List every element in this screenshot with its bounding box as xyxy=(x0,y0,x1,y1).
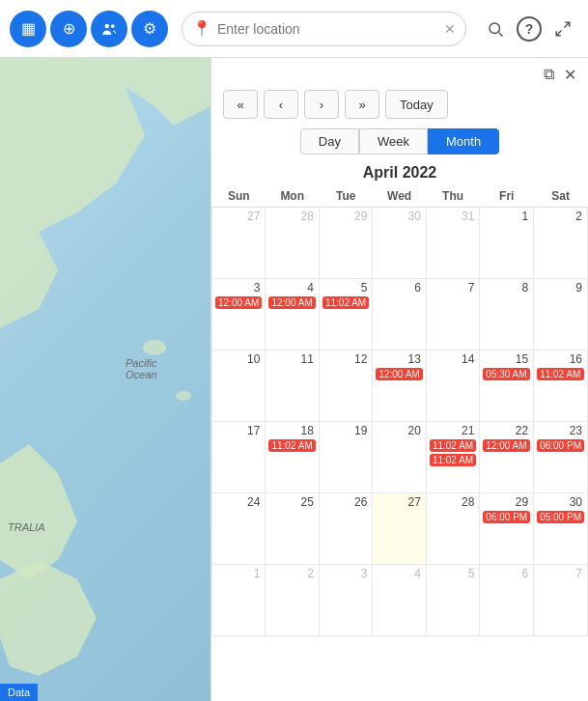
svg-point-7 xyxy=(176,391,191,401)
help-button[interactable]: ? xyxy=(517,16,542,42)
day-number: 12 xyxy=(322,352,369,366)
calendar-close-icon[interactable]: ✕ xyxy=(564,66,576,84)
calendar-nav-icon[interactable]: ▦ xyxy=(10,11,46,47)
toolbar: ▦ ⊕ ⚙ 📍 ✕ ? xyxy=(0,0,588,58)
nav-today-button[interactable]: Today xyxy=(385,90,448,119)
calendar-day-cell[interactable]: 11 xyxy=(266,350,319,422)
calendar-week-row: 1011121312:00 AM141505:30 AM1611:02 AM xyxy=(212,350,588,422)
calendar-day-cell[interactable]: 19 xyxy=(319,422,372,493)
day-number: 15 xyxy=(483,352,530,366)
calendar-day-cell[interactable]: 3005:00 PM xyxy=(534,493,588,565)
calendar-day-cell[interactable]: 1611:02 AM xyxy=(534,350,588,422)
calendar-day-cell[interactable]: 20 xyxy=(373,422,426,493)
weekday-fri: Fri xyxy=(480,185,534,208)
day-number: 19 xyxy=(322,424,369,437)
calendar-day-cell[interactable]: 24 xyxy=(212,493,266,565)
calendar-day-cell[interactable]: 6 xyxy=(480,565,534,636)
calendar-day-cell[interactable]: 412:00 AM xyxy=(266,279,319,350)
event-badge[interactable]: 11:02 AM xyxy=(268,439,315,452)
calendar-day-cell[interactable]: 7 xyxy=(426,279,479,350)
nav-last-button[interactable]: » xyxy=(345,90,379,119)
event-badge[interactable]: 11:02 AM xyxy=(322,296,369,309)
event-badge[interactable]: 06:00 PM xyxy=(483,511,530,523)
location-search-input[interactable] xyxy=(217,21,444,37)
calendar-week-row: 272829303112 xyxy=(212,208,588,279)
view-month-button[interactable]: Month xyxy=(428,128,499,154)
view-week-button[interactable]: Week xyxy=(359,128,428,154)
event-badge[interactable]: 05:30 AM xyxy=(483,368,530,380)
calendar-day-cell[interactable]: 7 xyxy=(534,565,588,636)
event-badge[interactable]: 12:00 AM xyxy=(483,439,530,452)
day-number: 17 xyxy=(215,424,262,437)
calendar-day-cell[interactable]: 29 xyxy=(319,208,372,279)
calendar-day-cell[interactable]: 2111:02 AM11:02 AM xyxy=(426,422,479,493)
svg-point-0 xyxy=(105,23,110,28)
calendar-day-cell[interactable]: 30 xyxy=(373,208,426,279)
calendar-day-cell[interactable]: 1312:00 AM xyxy=(373,350,426,422)
calendar-external-icon[interactable]: ⧉ xyxy=(544,66,554,84)
calendar-day-cell[interactable]: 511:02 AM xyxy=(319,279,372,350)
calendar-day-cell[interactable]: 1 xyxy=(212,565,266,636)
nav-next-button[interactable]: › xyxy=(304,90,339,119)
svg-point-6 xyxy=(143,340,166,355)
location-nav-icon[interactable]: ⊕ xyxy=(50,11,87,47)
calendar-day-cell[interactable]: 14 xyxy=(426,350,479,422)
calendar-day-cell[interactable]: 4 xyxy=(373,565,426,636)
event-badge[interactable]: 12:00 AM xyxy=(268,296,315,309)
event-badge[interactable]: 11:02 AM xyxy=(430,439,476,452)
calendar-day-cell[interactable]: 2 xyxy=(534,208,588,279)
calendar-day-cell[interactable]: 2 xyxy=(266,565,319,636)
calendar-day-cell[interactable]: 2212:00 AM xyxy=(480,422,534,493)
event-badge[interactable]: 11:02 AM xyxy=(537,368,584,380)
search-button[interactable] xyxy=(480,14,511,44)
event-badge[interactable]: 11:02 AM xyxy=(430,454,476,466)
calendar-navigation: « ‹ › » Today xyxy=(211,84,588,125)
event-badge[interactable]: 12:00 AM xyxy=(215,296,262,309)
calendar-day-cell[interactable]: 10 xyxy=(212,350,266,422)
calendar-day-cell[interactable]: 8 xyxy=(480,279,534,350)
day-number: 10 xyxy=(215,352,262,366)
weekday-mon: Mon xyxy=(266,185,319,208)
calendar-day-cell[interactable]: 312:00 AM xyxy=(212,279,266,350)
weekday-tue: Tue xyxy=(319,185,372,208)
nav-first-button[interactable]: « xyxy=(223,90,258,119)
day-number: 30 xyxy=(376,210,422,223)
calendar-day-cell[interactable]: 6 xyxy=(373,279,426,350)
clear-search-icon[interactable]: ✕ xyxy=(444,21,456,37)
day-number: 28 xyxy=(430,495,476,509)
calendar-day-cell[interactable]: 12 xyxy=(319,350,372,422)
calendar-day-cell[interactable]: 2906:00 PM xyxy=(480,493,534,565)
calendar-day-cell[interactable]: 1 xyxy=(480,208,534,279)
calendar-day-cell[interactable]: 25 xyxy=(266,493,319,565)
event-badge[interactable]: 06:00 PM xyxy=(537,439,584,452)
calendar-day-cell[interactable]: 17 xyxy=(212,422,266,493)
weekday-sat: Sat xyxy=(534,185,588,208)
calendar-day-cell[interactable]: 31 xyxy=(426,208,479,279)
weekday-header-row: Sun Mon Tue Wed Thu Fri Sat xyxy=(212,185,588,208)
calendar-day-cell[interactable]: 9 xyxy=(534,279,588,350)
calendar-day-cell[interactable]: 26 xyxy=(319,493,372,565)
data-badge[interactable]: Data xyxy=(0,684,38,701)
location-search-bar[interactable]: 📍 ✕ xyxy=(182,12,466,46)
calendar-week-row: 24252627282906:00 PM3005:00 PM xyxy=(212,493,588,565)
calendar-day-cell[interactable]: 27 xyxy=(373,493,426,565)
calendar-day-cell[interactable]: 2306:00 PM xyxy=(534,422,588,493)
day-number: 5 xyxy=(322,281,369,294)
settings-nav-icon[interactable]: ⚙ xyxy=(131,11,168,47)
calendar-day-cell[interactable]: 28 xyxy=(266,208,319,279)
calendar-day-cell[interactable]: 1505:30 AM xyxy=(480,350,534,422)
calendar-day-cell[interactable]: 3 xyxy=(319,565,372,636)
svg-point-1 xyxy=(111,24,115,28)
calendar-day-cell[interactable]: 5 xyxy=(426,565,479,636)
expand-button[interactable] xyxy=(547,14,578,44)
nav-prev-button[interactable]: ‹ xyxy=(264,90,298,119)
day-number: 3 xyxy=(322,567,369,580)
day-number: 2 xyxy=(537,210,584,223)
calendar-day-cell[interactable]: 28 xyxy=(426,493,479,565)
event-badge[interactable]: 05:00 PM xyxy=(537,511,584,523)
event-badge[interactable]: 12:00 AM xyxy=(376,368,422,380)
view-day-button[interactable]: Day xyxy=(300,128,359,154)
calendar-day-cell[interactable]: 27 xyxy=(212,208,266,279)
calendar-day-cell[interactable]: 1811:02 AM xyxy=(266,422,319,493)
people-nav-icon[interactable] xyxy=(91,11,127,47)
